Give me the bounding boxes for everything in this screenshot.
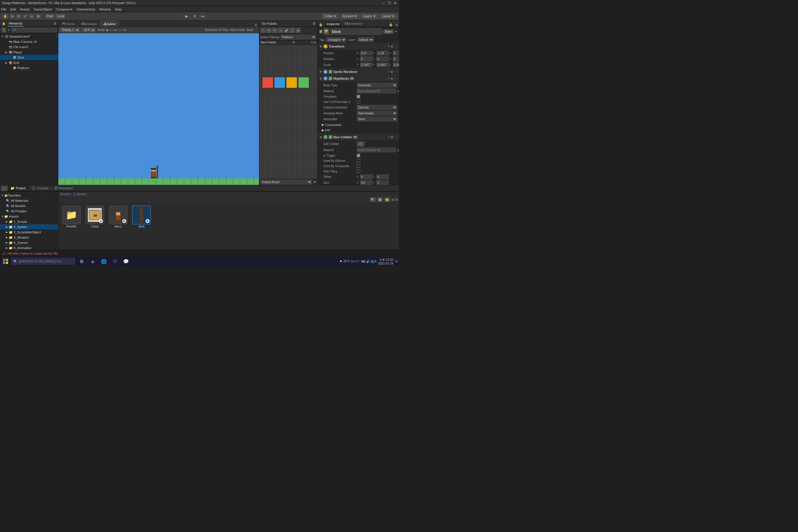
- transform-header[interactable]: ▼ ⊞ Transform ? ⚙ ⋮: [318, 43, 399, 50]
- color-tile-yellow[interactable]: [286, 77, 297, 88]
- rot-x[interactable]: [360, 57, 373, 61]
- object-enabled-checkbox[interactable]: ✓: [319, 30, 322, 33]
- pos-z[interactable]: [393, 51, 399, 55]
- is-trigger-checkbox[interactable]: ✓: [357, 154, 360, 157]
- stick-play-btn[interactable]: ▶: [146, 219, 150, 223]
- color-tile-green[interactable]: [298, 77, 309, 88]
- layout-button[interactable]: Layout ▼: [379, 14, 397, 19]
- aspect-select[interactable]: 16:9: [82, 28, 96, 32]
- box-collider-2d-header[interactable]: ▼ □ ✓ Box Collider 2D ? ⚙ ⋮: [318, 134, 399, 140]
- scale-x[interactable]: [360, 62, 373, 67]
- step-button[interactable]: ⏭: [200, 13, 207, 20]
- edit-collider-btn[interactable]: ⬡: [357, 141, 365, 147]
- rb-material-field[interactable]: [357, 89, 396, 93]
- tile-paint-tool[interactable]: ✏: [272, 28, 278, 33]
- assets-search-icon[interactable]: 🔍: [369, 197, 376, 202]
- taskbar-app-kakao[interactable]: 💬: [121, 257, 131, 265]
- bc-menu-btn[interactable]: ⋮: [394, 136, 397, 139]
- tile-move-tool[interactable]: ✛: [266, 28, 271, 33]
- pos-y[interactable]: [377, 51, 389, 55]
- transform-menu-btn[interactable]: ⋮: [394, 45, 397, 48]
- tile-palette-menu[interactable]: ☰: [313, 22, 316, 25]
- tree-item-stick[interactable]: 📦 Stick: [0, 55, 58, 60]
- used-by-composite-checkbox[interactable]: [357, 164, 360, 168]
- brush-select[interactable]: Default Brush: [261, 180, 312, 184]
- taskbar-app-word[interactable]: W: [110, 257, 120, 265]
- tree-item-samplescene[interactable]: ▼ 🎬 SampleScene* ⋮: [0, 34, 58, 39]
- assets-filter-btn[interactable]: ▦: [377, 197, 383, 202]
- bc-material-field[interactable]: [357, 148, 396, 152]
- collision-detection-select[interactable]: Discrete: [357, 105, 397, 110]
- toolbar-transform-tool[interactable]: ⊞: [35, 14, 41, 19]
- sr-settings-btn[interactable]: ⚙: [391, 70, 393, 74]
- sprite-renderer-header[interactable]: ▼ ▣ ✓ Sprite Renderer ? ⚙ ⋮: [318, 69, 399, 75]
- body-type-select[interactable]: Kinematic: [357, 83, 397, 88]
- rb-settings-btn[interactable]: ⚙: [391, 77, 393, 80]
- pos-x[interactable]: [360, 51, 373, 55]
- simulated-checkbox[interactable]: ✓: [357, 95, 360, 98]
- pause-button[interactable]: ⏸: [191, 13, 198, 20]
- tree-item-grid[interactable]: ▶ 📦 Grid: [0, 60, 58, 65]
- folder-5-scenes[interactable]: ▶ 📁 5_Scenes: [0, 240, 58, 245]
- toolbar-move-tool[interactable]: ✛: [10, 14, 15, 19]
- asset-stick[interactable]: ▶ Stick: [131, 206, 152, 228]
- tile-fill-tool[interactable]: ◈: [296, 28, 301, 33]
- bc-help-btn[interactable]: ?: [387, 136, 390, 139]
- sleeping-mode-select[interactable]: Start Awake: [357, 111, 397, 115]
- tile-select-tool[interactable]: ↖: [261, 28, 266, 33]
- auto-tiling-checkbox[interactable]: [357, 169, 360, 173]
- man1-play-btn[interactable]: ▶: [122, 219, 126, 223]
- layer-select[interactable]: Default: [357, 37, 374, 42]
- toolbar-rect-tool[interactable]: ▭: [28, 14, 35, 19]
- taskbar-app-chrome[interactable]: 🌐: [99, 257, 109, 265]
- color-tile-red[interactable]: [262, 77, 273, 88]
- toolbar-local-btn[interactable]: Local: [55, 14, 66, 19]
- tab-project[interactable]: 📁 Project: [7, 185, 28, 191]
- mute-audio-btn[interactable]: Mute Audio: [230, 28, 245, 32]
- rb-help-btn[interactable]: ?: [387, 77, 390, 80]
- color-tile-blue[interactable]: [274, 77, 285, 88]
- maximize-on-play-btn[interactable]: Maximize On Play: [205, 28, 229, 32]
- start-button[interactable]: [1, 257, 10, 265]
- hierarchy-tab[interactable]: Hierarchy: [7, 20, 24, 26]
- folder-6-animation[interactable]: ▶ 📁 6_Animation: [0, 245, 58, 250]
- menu-assets[interactable]: Assets: [20, 7, 30, 11]
- object-name-input[interactable]: [330, 28, 382, 35]
- folder-1-scripts[interactable]: ▶ 📁 1_Scripts: [0, 219, 58, 224]
- tile-picker-tool[interactable]: 💉: [284, 28, 289, 33]
- breadcrumb-2sprites[interactable]: 2_Sprites: [73, 192, 87, 196]
- favorites-materials[interactable]: 🔍 All Materials: [0, 198, 58, 203]
- folder-3-scriptable[interactable]: ▶ 📁 3_ScriptableObject: [0, 230, 58, 235]
- taskbar-app-vscode[interactable]: ◈: [88, 257, 98, 265]
- hierarchy-menu-icon[interactable]: ☰: [54, 22, 56, 25]
- menu-window[interactable]: Window: [99, 7, 111, 11]
- menu-file[interactable]: File: [1, 7, 6, 11]
- inspector-lock-btn[interactable]: 🔒: [387, 23, 394, 26]
- edit-palette-btn[interactable]: Edit: [311, 41, 316, 44]
- menu-gameobject[interactable]: GameObject: [34, 7, 52, 11]
- rigidbody2d-enabled[interactable]: ✓: [329, 77, 332, 80]
- tile-erase-tool[interactable]: ◇: [290, 28, 295, 33]
- toolbar-scale-tool[interactable]: ⤢: [22, 14, 28, 19]
- taskbar-search[interactable]: 🔍 검색하려면 여기에 입력하십시오.: [11, 258, 75, 265]
- tab-animation[interactable]: 🎞 Animation: [342, 21, 365, 26]
- asset-chest[interactable]: ▶ Chest: [84, 206, 105, 228]
- asset-man1[interactable]: ▶ Man1: [108, 206, 128, 228]
- folder-2-sprites[interactable]: ▶ 📁 2_Sprites: [0, 224, 58, 230]
- static-dropdown-arrow[interactable]: ▼: [395, 30, 397, 33]
- scale-z[interactable]: [393, 62, 399, 67]
- toolbar-rotate-tool[interactable]: ↻: [16, 14, 22, 19]
- static-button[interactable]: Static: [383, 30, 394, 34]
- offset-y[interactable]: [377, 174, 389, 179]
- rb-menu-btn[interactable]: ⋮: [394, 77, 397, 80]
- bottom-add-btn[interactable]: +: [1, 186, 7, 191]
- taskbar-app-unity[interactable]: ⚙: [76, 257, 87, 265]
- interpolate-select[interactable]: None: [357, 117, 397, 121]
- tile-box-tool[interactable]: ▭: [278, 28, 283, 33]
- size-x[interactable]: [360, 180, 373, 185]
- menu-cinemachine[interactable]: Cinemachine: [76, 7, 95, 11]
- active-tilemap-select[interactable]: Platform: [281, 35, 316, 39]
- hierarchy-search[interactable]: [12, 28, 57, 32]
- menu-component[interactable]: Component: [56, 7, 72, 11]
- offset-x[interactable]: [360, 174, 373, 179]
